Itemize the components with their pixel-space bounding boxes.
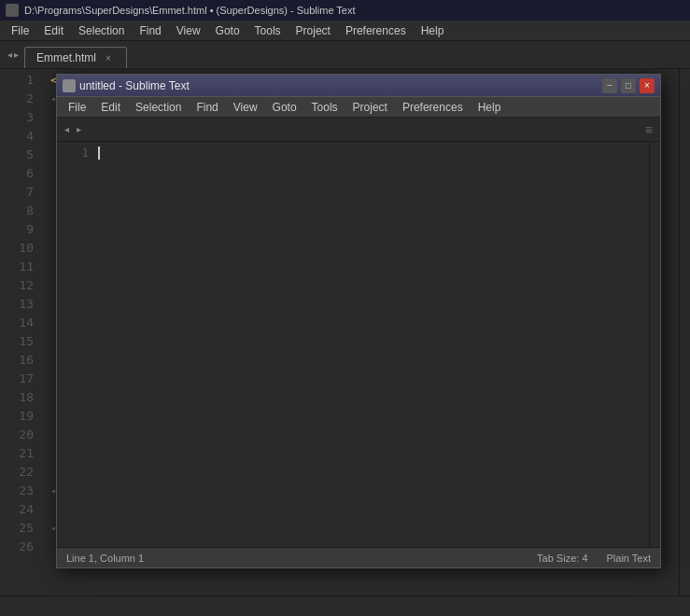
inner-menu-file[interactable]: File [61, 99, 93, 116]
inner-app-icon [63, 79, 76, 92]
inner-syntax[interactable]: Plain Text [607, 553, 652, 564]
inner-titlebar: untitled - Sublime Text − □ × [57, 75, 660, 97]
gutter-line: 15 [0, 332, 41, 351]
outer-tab-close[interactable]: × [102, 51, 115, 64]
outer-tab-emmet[interactable]: Emmet.html × [24, 47, 127, 68]
inner-menu-project[interactable]: Project [345, 99, 395, 116]
app-icon [6, 4, 19, 17]
gutter-line: 8 [0, 202, 41, 220]
inner-tab-next[interactable]: ▸ [73, 122, 85, 136]
outer-statusbar [0, 595, 690, 616]
gutter-line: 11 [0, 258, 41, 276]
gutter-line: 21 [0, 444, 41, 463]
gutter-line: 3 [0, 108, 41, 127]
outer-menu-selection[interactable]: Selection [71, 22, 132, 39]
gutter-line: 12 [0, 276, 41, 295]
inner-window: untitled - Sublime Text − □ × File Edit … [56, 74, 661, 568]
inner-menubar: File Edit Selection Find View Goto Tools… [57, 97, 660, 118]
inner-scrollbar[interactable] [649, 142, 660, 547]
tab-prev-arrow[interactable]: ◂ [7, 49, 12, 60]
gutter-line: 6 [0, 164, 41, 183]
inner-menu-edit[interactable]: Edit [93, 99, 128, 116]
gutter-line: 5 [0, 146, 41, 164]
outer-menu-view[interactable]: View [169, 22, 208, 39]
gutter-line: 24 [0, 500, 41, 519]
inner-cursor-position: Line 1, Column 1 [66, 553, 144, 564]
gutter-line: 7 [0, 183, 41, 202]
outer-scrollbar[interactable] [679, 69, 690, 595]
inner-line-numbers: 1 [57, 142, 94, 547]
inner-menu-find[interactable]: Find [189, 99, 225, 116]
gutter-line: 13 [0, 295, 41, 314]
inner-code-line [98, 144, 649, 162]
inner-maximize-button[interactable]: □ [621, 78, 636, 93]
inner-tabbar-menu[interactable]: ≡ [645, 122, 656, 137]
gutter-line: 19 [0, 407, 41, 426]
outer-menu-edit[interactable]: Edit [36, 22, 71, 39]
inner-tab-prev[interactable]: ◂ [61, 122, 73, 136]
outer-menu-preferences[interactable]: Preferences [338, 22, 414, 39]
outer-menu-help[interactable]: Help [414, 22, 452, 39]
outer-tabbar: ◂ ▸ Emmet.html × [0, 41, 690, 69]
inner-menu-preferences[interactable]: Preferences [395, 99, 471, 116]
inner-window-title: untitled - Sublime Text [79, 79, 598, 92]
outer-menu-find[interactable]: Find [132, 22, 168, 39]
outer-window-title: D:\Programs\SuperDesigns\Emmet.html • (S… [24, 5, 684, 16]
gutter-line: 18 [0, 388, 41, 407]
gutter-line: 16 [0, 351, 41, 370]
gutter-line: 17 [0, 370, 41, 388]
gutter-line: 9 [0, 220, 41, 239]
outer-window: D:\Programs\SuperDesigns\Emmet.html • (S… [0, 0, 690, 616]
inner-statusbar-right: Tab Size: 4 Plain Text [537, 553, 651, 564]
inner-menu-goto[interactable]: Goto [265, 99, 304, 116]
gutter-line: 26 [0, 538, 41, 556]
inner-menu-view[interactable]: View [226, 99, 265, 116]
inner-statusbar: Line 1, Column 1 Tab Size: 4 Plain Text [57, 547, 660, 567]
outer-tab-label: Emmet.html [36, 51, 96, 64]
gutter-line: 10 [0, 239, 41, 258]
tab-next-arrow[interactable]: ▸ [14, 49, 19, 60]
outer-editor-area: 1 2 3 4 5 6 7 8 9 10 11 12 13 14 15 16 1… [0, 69, 690, 595]
inner-code-area[interactable] [94, 142, 649, 547]
inner-menu-help[interactable]: Help [471, 99, 509, 116]
inner-menu-selection[interactable]: Selection [128, 99, 189, 116]
gutter-line: 2 [0, 90, 41, 108]
gutter-line: 22 [0, 463, 41, 482]
outer-menubar: File Edit Selection Find View Goto Tools… [0, 21, 690, 41]
tab-navigation: ◂ ▸ [4, 41, 22, 68]
inner-tab-size[interactable]: Tab Size: 4 [537, 553, 587, 564]
outer-menu-file[interactable]: File [4, 22, 36, 39]
inner-close-button[interactable]: × [640, 78, 655, 93]
outer-titlebar: D:\Programs\SuperDesigns\Emmet.html • (S… [0, 0, 690, 21]
outer-line-numbers: 1 2 3 4 5 6 7 8 9 10 11 12 13 14 15 16 1… [0, 69, 47, 595]
gutter-line: 25 [0, 519, 41, 538]
inner-tabbar: ◂ ▸ ≡ [57, 118, 660, 142]
outer-menu-goto[interactable]: Goto [208, 22, 247, 39]
gutter-line: 14 [0, 314, 41, 332]
gutter-line: 4 [0, 127, 41, 146]
outer-menu-tools[interactable]: Tools [247, 22, 289, 39]
inner-gutter-line: 1 [57, 144, 89, 162]
inner-menu-tools[interactable]: Tools [304, 99, 345, 116]
text-cursor [98, 147, 100, 160]
gutter-line: 23 [0, 482, 41, 500]
inner-minimize-button[interactable]: − [602, 78, 617, 93]
inner-editor: 1 [57, 142, 660, 547]
outer-menu-project[interactable]: Project [289, 22, 338, 39]
gutter-line: 20 [0, 426, 41, 444]
gutter-line: 1 [0, 71, 41, 90]
